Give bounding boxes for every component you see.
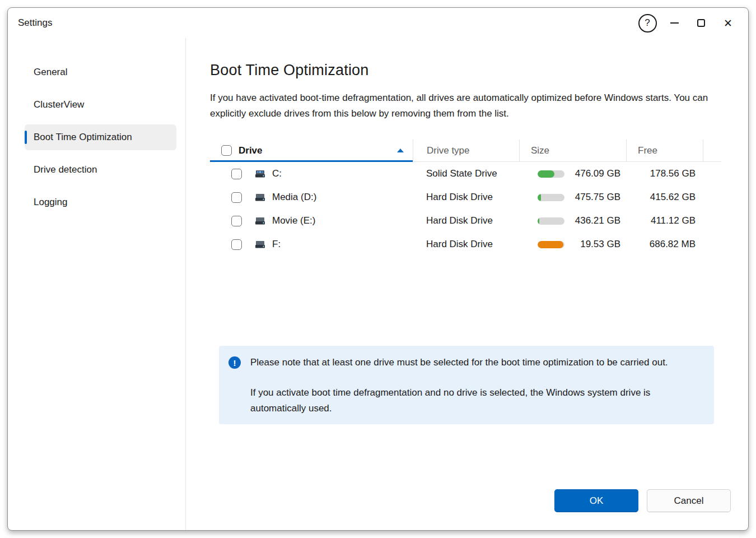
info-icon: ! xyxy=(228,356,241,369)
settings-sidebar: General ClusterView Boot Time Optimizati… xyxy=(8,38,186,530)
notice-line-1: Please note that at least one drive must… xyxy=(250,355,694,370)
page-description: If you have activated boot-time defragme… xyxy=(210,90,721,122)
window-controls: ? ✕ xyxy=(634,11,741,35)
drive-name: Movie (E:) xyxy=(272,215,315,226)
drive-checkbox[interactable] xyxy=(231,192,242,203)
table-row-drive-d[interactable]: Media (D:) Hard Disk Drive 475.75 GB 415… xyxy=(210,185,721,209)
sidebar-item-label: General xyxy=(34,67,67,78)
table-row-drive-f[interactable]: F: Hard Disk Drive 19.53 GB 686.82 MB xyxy=(210,233,721,256)
usage-bar xyxy=(538,241,564,248)
drive-checkbox[interactable] xyxy=(231,216,242,226)
drive-type: Hard Disk Drive xyxy=(413,185,519,209)
maximize-button[interactable] xyxy=(688,11,715,35)
hard-disk-icon xyxy=(254,240,267,249)
minimize-icon xyxy=(670,22,679,24)
drive-checkbox[interactable] xyxy=(231,169,242,179)
sidebar-item-logging[interactable]: Logging xyxy=(25,189,176,215)
sidebar-item-clusterview[interactable]: ClusterView xyxy=(25,92,176,118)
drive-type: Solid State Drive xyxy=(413,162,519,185)
drive-size: 436.21 GB xyxy=(564,215,620,226)
close-button[interactable]: ✕ xyxy=(715,11,741,35)
sort-ascending-icon xyxy=(397,149,404,152)
main-panel: Boot Time Optimization If you have activ… xyxy=(186,38,749,530)
close-icon: ✕ xyxy=(724,18,732,29)
column-header-free[interactable]: Free xyxy=(626,140,703,162)
sidebar-item-label: Drive detection xyxy=(34,164,97,175)
drive-table: Drive Drive type Size Free xyxy=(210,140,721,256)
drive-free: 415.62 GB xyxy=(626,185,703,209)
active-sort-column-indicator xyxy=(210,160,413,162)
dialog-buttons: OK Cancel xyxy=(554,489,731,512)
question-icon: ? xyxy=(638,14,657,33)
drive-type: Hard Disk Drive xyxy=(413,209,519,233)
window-title: Settings xyxy=(18,17,52,29)
sidebar-item-general[interactable]: General xyxy=(25,59,176,85)
drive-name: F: xyxy=(272,239,281,250)
drive-size: 476.09 GB xyxy=(564,168,620,179)
drive-free: 686.82 MB xyxy=(626,233,703,256)
sidebar-item-boot-time-optimization[interactable]: Boot Time Optimization xyxy=(25,124,176,150)
system-drive-icon xyxy=(254,169,267,178)
select-all-checkbox[interactable] xyxy=(221,145,232,156)
table-header: Drive Drive type Size Free xyxy=(210,140,721,162)
table-row-drive-c[interactable]: C: Solid State Drive 476.09 GB 178.56 GB xyxy=(210,162,721,185)
settings-window: Settings ? ✕ General ClusterView xyxy=(7,7,749,531)
drive-type: Hard Disk Drive xyxy=(413,233,519,256)
sidebar-item-label: ClusterView xyxy=(34,99,84,110)
drive-size: 19.53 GB xyxy=(564,239,620,250)
sidebar-item-label: Boot Time Optimization xyxy=(34,132,132,143)
hard-disk-icon xyxy=(254,216,267,225)
drive-size: 475.75 GB xyxy=(564,192,620,203)
usage-bar xyxy=(538,194,564,201)
hard-disk-icon xyxy=(254,193,267,202)
drive-checkbox[interactable] xyxy=(231,239,242,250)
table-row-drive-e[interactable]: Movie (E:) Hard Disk Drive 436.21 GB 411… xyxy=(210,209,721,233)
sidebar-item-drive-detection[interactable]: Drive detection xyxy=(25,157,176,183)
column-header-drive-type[interactable]: Drive type xyxy=(413,140,519,162)
column-header-size[interactable]: Size xyxy=(519,140,626,162)
notice-text: Please note that at least one drive must… xyxy=(250,355,694,416)
drive-name: Media (D:) xyxy=(272,192,316,203)
usage-bar xyxy=(538,217,564,225)
usage-bar xyxy=(538,170,564,178)
drive-free: 178.56 GB xyxy=(626,162,703,185)
maximize-icon xyxy=(697,19,705,27)
ok-button[interactable]: OK xyxy=(554,489,638,512)
help-button[interactable]: ? xyxy=(634,11,661,35)
column-header-drive[interactable]: Drive xyxy=(210,140,413,162)
sidebar-item-label: Logging xyxy=(34,197,68,208)
titlebar: Settings ? ✕ xyxy=(8,8,748,38)
notice-box: ! Please note that at least one drive mu… xyxy=(219,346,714,424)
column-header-stub xyxy=(703,140,721,162)
drive-name: C: xyxy=(272,168,282,179)
cancel-button[interactable]: Cancel xyxy=(647,489,731,512)
page-title: Boot Time Optimization xyxy=(210,62,721,79)
notice-line-2: If you activate boot time defragmentatio… xyxy=(250,385,694,416)
drive-free: 411.12 GB xyxy=(626,209,703,233)
minimize-button[interactable] xyxy=(661,11,688,35)
